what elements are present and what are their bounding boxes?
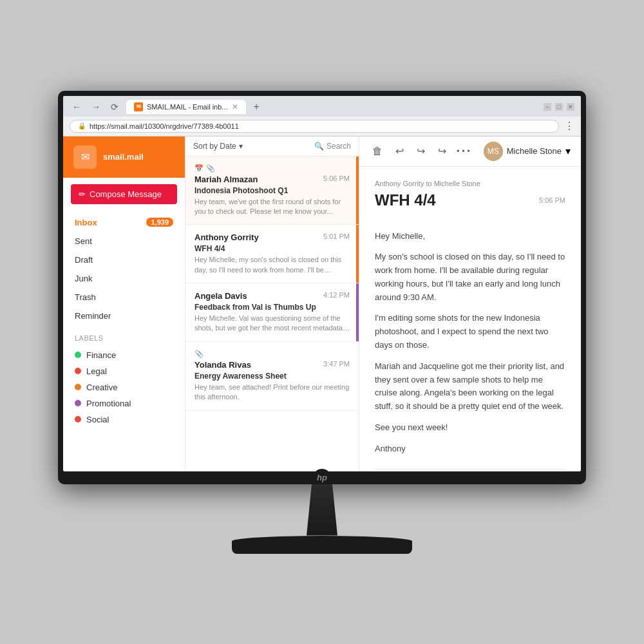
url-text: https://smail.mail/10300/nrgdrive/77389.… <box>90 122 239 130</box>
email-2-header: Anthony Gorrity 5:01 PM <box>194 232 350 242</box>
email-list-panel: Sort by Date ▾ 🔍 Search 📅 📎 <box>185 137 359 471</box>
nav-draft-label: Draft <box>75 255 93 265</box>
email-item-2[interactable]: Anthony Gorrity 5:01 PM WFH 4/4 Hey Mich… <box>185 225 359 283</box>
label-finance[interactable]: Finance <box>75 347 173 363</box>
email-view-toolbar: 🗑 ↩ ↪ ↪ • • • MS Michelle Stone ▾ <box>359 137 581 167</box>
forward-email-button[interactable]: ↪ <box>435 144 449 158</box>
monitor-screen: ← → ⟳ ✉ SMAIL.MAIL - Email inb... ✕ + – <box>63 96 581 471</box>
sidebar-item-sent[interactable]: Sent <box>63 232 185 251</box>
monitor-stand <box>232 484 412 560</box>
email-divider <box>375 469 565 469</box>
creative-label: Creative <box>86 383 117 392</box>
body-signature: Anthony <box>375 442 565 456</box>
email-4-subject: Energy Awareness Sheet <box>194 372 350 381</box>
reply-all-button[interactable]: ↪ <box>414 144 428 158</box>
user-name-label: Michelle Stone <box>507 146 562 156</box>
email-item-1[interactable]: 📅 📎 Mariah Almazan 5:06 PM Indonesia Pho… <box>185 156 359 225</box>
email-3-preview: Hey Michelle. Val was questioning some o… <box>194 314 350 334</box>
social-dot <box>75 416 81 422</box>
user-profile[interactable]: MS Michelle Stone ▾ <box>484 142 571 161</box>
sort-button[interactable]: Sort by Date ▾ <box>193 142 243 151</box>
email-1-indicator <box>356 156 359 225</box>
nav-junk-label: Junk <box>75 274 92 283</box>
email-1-preview: Hey team, we've got the first round of s… <box>194 197 350 217</box>
email-1-icons: 📅 📎 <box>194 164 350 173</box>
email-1-header: Mariah Almazan 5:06 PM <box>194 175 350 184</box>
sidebar-nav: Inbox 1,939 Sent Draft Junk <box>63 211 185 328</box>
browser-titlebar: ← → ⟳ ✉ SMAIL.MAIL - Email inb... ✕ + – <box>63 96 581 117</box>
search-label: Search <box>327 142 351 151</box>
email-1-sender: Mariah Almazan <box>194 175 258 184</box>
email-view-time: 5:06 PM <box>539 196 565 204</box>
email-1-subject: Indonesia Photoshoot Q1 <box>194 186 350 195</box>
social-label: Social <box>86 415 109 424</box>
tab-close-button[interactable]: ✕ <box>232 102 238 111</box>
email-4-preview: Hey team, see attached! Print before our… <box>194 383 350 402</box>
email-2-sender: Anthony Gorrity <box>194 232 259 242</box>
compose-button[interactable]: ✏ Compose Message <box>71 184 177 204</box>
email-2-time: 5:01 PM <box>323 232 350 242</box>
email-item-4[interactable]: 📎 Yolanda Rivas 3:47 PM Energy Awareness… <box>185 342 359 411</box>
body-para-1: My son's school is closed on this day, s… <box>375 251 565 304</box>
sidebar-item-junk[interactable]: Junk <box>63 269 185 288</box>
email-3-sender: Angela Davis <box>194 291 247 301</box>
email-4-icons: 📎 <box>194 350 350 358</box>
body-sign-off: See you next week! <box>375 421 565 435</box>
email-3-indicator <box>356 283 359 341</box>
secure-icon: 🔒 <box>78 122 86 129</box>
label-legal[interactable]: Legal <box>75 363 173 379</box>
app-container: ✉ smail.mail ✏ Compose Message Inbox 1,9… <box>63 137 581 471</box>
email-3-subject: Feedback from Val is Thumbs Up <box>194 303 350 312</box>
logo-icon: ✉ <box>73 146 97 169</box>
email-4-sender: Yolanda Rivas <box>194 360 251 370</box>
label-social[interactable]: Social <box>75 412 173 428</box>
finance-dot <box>75 352 81 358</box>
creative-dot <box>75 384 81 390</box>
finance-label: Finance <box>86 350 116 360</box>
nav-inbox-label: Inbox <box>75 218 97 227</box>
close-button[interactable]: ✕ <box>567 103 574 111</box>
reply-button[interactable]: ↩ <box>393 144 406 158</box>
back-button[interactable]: ← <box>70 100 84 113</box>
labels-section: Labels Finance Legal Creative <box>63 328 185 431</box>
browser-toolbar: 🔒 https://smail.mail/10300/nrgdrive/7738… <box>63 117 581 136</box>
browser-chrome: ← → ⟳ ✉ SMAIL.MAIL - Email inb... ✕ + – <box>63 96 581 137</box>
label-promotional[interactable]: Promotional <box>75 395 173 412</box>
sidebar-item-draft[interactable]: Draft <box>63 251 185 269</box>
email-3-time: 4:12 PM <box>323 291 350 301</box>
address-bar[interactable]: 🔒 https://smail.mail/10300/nrgdrive/7738… <box>70 120 559 133</box>
email-content: Anthony Gorrity to Michelle Stone WFH 4/… <box>359 167 581 471</box>
promotional-label: Promotional <box>86 399 131 408</box>
browser-tab[interactable]: ✉ SMAIL.MAIL - Email inb... ✕ <box>126 100 246 114</box>
new-tab-button[interactable]: + <box>251 101 262 113</box>
more-options-button[interactable]: • • • <box>457 146 470 156</box>
email-4-header: Yolanda Rivas 3:47 PM <box>194 360 350 370</box>
browser-menu-button[interactable]: ⋮ <box>564 120 574 132</box>
refresh-button[interactable]: ⟳ <box>108 100 121 113</box>
logo-text: smail.mail <box>103 152 144 162</box>
sidebar-header: ✉ smail.mail <box>63 137 185 178</box>
inbox-badge: 1,939 <box>146 218 173 227</box>
email-item-3[interactable]: Angela Davis 4:12 PM Feedback from Val i… <box>185 283 359 342</box>
sidebar-item-reminder[interactable]: Reminder <box>63 307 185 325</box>
sidebar-item-trash[interactable]: Trash <box>63 288 185 307</box>
forward-button[interactable]: → <box>89 100 103 113</box>
search-button[interactable]: 🔍 Search <box>314 142 351 151</box>
sort-chevron-icon: ▾ <box>239 142 243 151</box>
email-from-meta: Anthony Gorrity to Michelle Stone <box>375 180 565 187</box>
window-controls: – □ ✕ <box>544 103 574 111</box>
nav-reminder-label: Reminder <box>75 311 111 321</box>
compose-icon: ✏ <box>79 189 86 199</box>
legal-label: Legal <box>86 366 107 376</box>
sidebar: ✉ smail.mail ✏ Compose Message Inbox 1,9… <box>63 137 185 471</box>
delete-button[interactable]: 🗑 <box>370 144 385 158</box>
body-para-3: Mariah and Jacqueline got me their prior… <box>375 360 565 413</box>
minimize-button[interactable]: – <box>544 103 551 111</box>
label-creative[interactable]: Creative <box>75 379 173 395</box>
sort-label: Sort by Date <box>193 142 236 151</box>
sidebar-item-inbox[interactable]: Inbox 1,939 <box>63 213 185 232</box>
email-view: 🗑 ↩ ↪ ↪ • • • MS Michelle Stone ▾ <box>359 137 581 471</box>
maximize-button[interactable]: □ <box>555 103 563 111</box>
promotional-dot <box>75 400 81 406</box>
monitor-neck <box>296 484 348 536</box>
